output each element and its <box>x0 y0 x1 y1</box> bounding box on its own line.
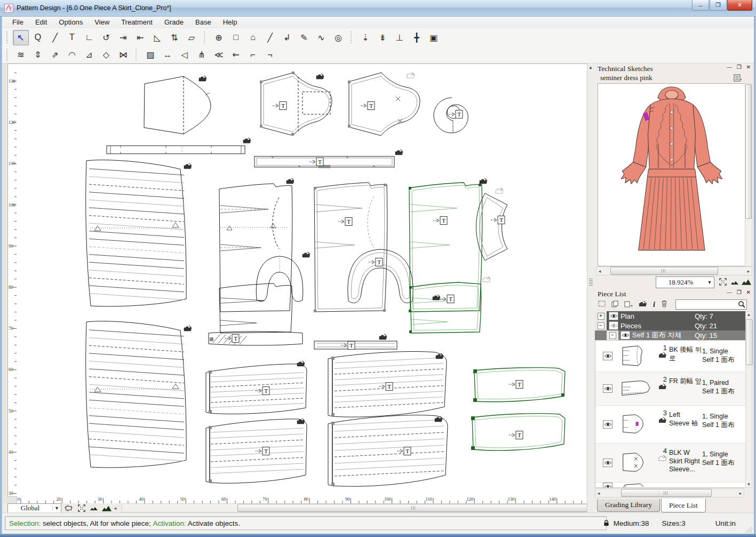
visibility-eye[interactable] <box>603 352 612 360</box>
piece-row-5[interactable]: 5BK Skirt1, Single <box>595 483 745 488</box>
point-corner-tool[interactable]: ⊥ <box>392 30 408 45</box>
piece-row-1[interactable]: 1BK 後幅 뒤로1, SingleSelf 1 面布 <box>595 341 745 372</box>
zoom-in-mountain-icon[interactable] <box>101 504 112 512</box>
fold-tool[interactable]: ⋈ <box>115 47 131 62</box>
menu-treatment[interactable]: Treatment <box>115 17 158 27</box>
toolbar-grip[interactable] <box>6 49 9 61</box>
tab-piece-list[interactable]: Piece List <box>661 499 706 512</box>
sketch-item-row[interactable]: seminer dress pink <box>594 73 754 83</box>
frame-icon[interactable] <box>63 504 74 512</box>
copy-drop-icon[interactable] <box>624 301 633 309</box>
visibility-eye[interactable] <box>603 420 612 429</box>
corner-tool[interactable]: ∟ <box>81 30 97 45</box>
corner-ruler-tool[interactable]: ⌐ <box>245 47 261 62</box>
menu-view[interactable]: View <box>89 17 115 27</box>
menu-options[interactable]: Options <box>53 17 89 27</box>
tree-row-plan[interactable]: +PlanQty: 7 <box>595 311 746 321</box>
zoom-out-mountain-icon[interactable] <box>89 504 99 512</box>
select-tool[interactable]: ↖ <box>13 30 29 45</box>
point-down-tool[interactable]: ⇣ <box>357 30 373 45</box>
copy-icon[interactable] <box>611 301 618 309</box>
sketch-horizontal-scrollbar[interactable]: ◂ ▸ <box>596 266 752 275</box>
scroll-down-arrow[interactable]: ▼ <box>746 482 752 487</box>
tree-row-self-1-面布-자체[interactable]: −Self 1 面布 자체Qty: 15 <box>595 330 746 340</box>
scale-selector[interactable]: Global ▼ <box>7 503 61 513</box>
panel-restore-icon[interactable]: ❐ <box>737 64 742 70</box>
scroll-left-arrow[interactable]: ◂ <box>595 491 602 496</box>
panel-restore-icon[interactable]: ❐ <box>737 289 742 295</box>
zoom-in-mountain-icon[interactable] <box>741 277 751 287</box>
smooth-curve-tool[interactable]: ≋ <box>13 47 29 62</box>
tree-row-pieces[interactable]: −PiecesQty: 21 <box>595 321 746 330</box>
visibility-eye[interactable] <box>609 321 618 330</box>
scroll-up-arrow[interactable]: ▲ <box>746 312 752 317</box>
point-box-tool[interactable]: ▣ <box>426 30 442 45</box>
width-measure-tool[interactable]: ↔ <box>160 47 176 62</box>
piece-row-2[interactable]: 2FR 前幅 앞1, PairedSelf 1 面布 <box>595 372 745 406</box>
splitter-grip[interactable] <box>589 279 593 286</box>
marquee-select-icon[interactable] <box>598 301 606 309</box>
info-icon[interactable]: i <box>653 301 655 309</box>
panel-minimize-icon[interactable]: — <box>727 64 732 70</box>
move-y-tool[interactable]: ⇤ <box>132 30 148 45</box>
pleat-tool[interactable]: ≪ <box>211 47 227 62</box>
piece-search-box[interactable] <box>675 299 747 310</box>
search-input[interactable] <box>676 300 739 309</box>
zoom-out-mountain-icon[interactable] <box>729 277 739 287</box>
resize-grip[interactable] <box>745 526 752 533</box>
diagonal-move-tool[interactable]: ⇗ <box>47 47 63 62</box>
pen-tool[interactable]: ✎ <box>296 30 312 45</box>
panel-close-icon[interactable]: ✕ <box>746 64 751 70</box>
scale-xy-tool[interactable]: ◺ <box>149 30 165 45</box>
piece-row-4[interactable]: 4BLK W Skirt Right Sleeve...1, SingleSel… <box>595 444 745 483</box>
visibility-eye[interactable] <box>620 331 630 339</box>
sketch-list-icon[interactable] <box>734 74 742 84</box>
expand-toggle[interactable]: − <box>609 332 616 339</box>
piece-list-vertical-scrollbar[interactable]: ▲ ▼ <box>745 311 752 488</box>
scrollbar-thumb[interactable] <box>746 319 753 365</box>
curve-tool[interactable]: ↲ <box>279 30 295 45</box>
tab-grading-library[interactable]: Grading Library <box>597 499 660 512</box>
center-point-tool[interactable]: ⊕ <box>211 30 227 45</box>
skew-tool[interactable]: ▱ <box>184 30 200 45</box>
fan-spread-tool[interactable]: ⋔ <box>194 47 210 62</box>
canvas-horizontal-scrollbar[interactable] <box>122 503 589 512</box>
shape-rotate-tool[interactable]: ◇ <box>98 47 114 62</box>
rotate-tool[interactable]: ↺ <box>98 30 114 45</box>
nudge-tool[interactable]: ⇅ <box>166 30 182 45</box>
fit-view-icon[interactable] <box>76 504 87 512</box>
sketch-vertical-scrollbar[interactable] <box>745 83 752 266</box>
scroll-left-arrow[interactable]: ◂ <box>596 268 603 274</box>
scrollbar-thumb[interactable] <box>237 504 591 512</box>
stretch-tool[interactable]: ⇕ <box>30 47 46 62</box>
piece-row-3[interactable]: 3Left Sleeve 袖1, SingleSelf 1 面布 <box>595 406 745 444</box>
menu-grade[interactable]: Grade <box>158 17 189 27</box>
point-cross-tool[interactable]: ⇟ <box>375 30 391 45</box>
point-move-tool[interactable]: ╋ <box>409 30 425 45</box>
line-tool[interactable]: ╱ <box>262 30 278 45</box>
collapse-arrow-icon[interactable]: ▲ <box>588 65 593 70</box>
menu-edit[interactable]: Edit <box>29 17 53 27</box>
rectangle-tool[interactable]: □ <box>228 30 244 45</box>
zoom-tool[interactable]: Q <box>30 30 46 45</box>
scroll-right-arrow[interactable]: ▸ <box>737 491 744 496</box>
menu-help[interactable]: Help <box>217 17 243 27</box>
maximize-button[interactable]: ❐ <box>710 0 727 11</box>
scroll-right-arrow[interactable]: ▸ <box>745 268 752 274</box>
visibility-eye[interactable] <box>609 312 618 320</box>
curve-edit-tool[interactable]: ∿ <box>313 30 329 45</box>
menu-base[interactable]: Base <box>189 17 217 27</box>
rotate-left-tool[interactable]: ◁ <box>177 47 193 62</box>
dart-tool[interactable]: ⊿ <box>81 47 97 62</box>
expand-toggle[interactable]: + <box>598 313 604 320</box>
minimize-button[interactable]: – <box>692 0 709 11</box>
measure-tool[interactable]: ╱ <box>47 30 63 45</box>
panel-minimize-icon[interactable]: — <box>727 289 732 295</box>
move-x-tool[interactable]: ⇥ <box>115 30 131 45</box>
visibility-eye[interactable] <box>603 384 612 393</box>
trash-icon[interactable] <box>661 300 667 309</box>
pattern-canvas[interactable]: T <box>17 64 588 497</box>
piece-list-horizontal-scrollbar[interactable]: ◂ ▸ <box>595 488 744 497</box>
close-button[interactable]: ✕ <box>727 0 752 11</box>
sketch-image-area[interactable] <box>598 83 746 266</box>
